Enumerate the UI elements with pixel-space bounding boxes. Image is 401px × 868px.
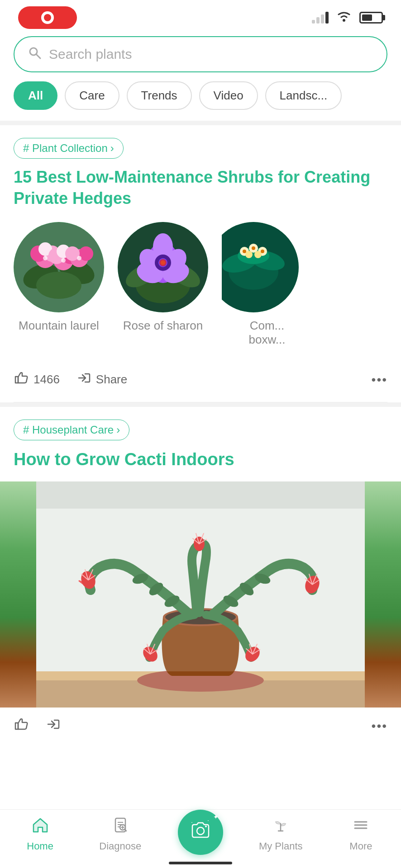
wifi-icon	[336, 10, 352, 26]
tab-care[interactable]: Care	[65, 81, 119, 110]
nav-more-label: More	[349, 840, 372, 852]
svg-line-72	[124, 829, 126, 831]
svg-point-34	[159, 259, 167, 266]
nav-home-label: Home	[27, 840, 53, 852]
tab-trends[interactable]: Trends	[127, 81, 192, 110]
post-card-2: # Houseplant Care › How to Grow Cacti In…	[0, 407, 401, 745]
svg-point-43	[245, 251, 253, 258]
share-button-2[interactable]	[45, 717, 61, 736]
plant-item-3[interactable]: Com...boxw...	[222, 222, 312, 347]
more-button-1[interactable]: •••	[372, 373, 387, 387]
bottom-nav: Home Diagnose	[0, 809, 401, 868]
svg-point-46	[252, 246, 255, 250]
like-count: 1466	[33, 373, 60, 387]
tag-hash-2: # Houseplant Care	[23, 424, 114, 436]
nav-my-plants-label: My Plants	[259, 840, 303, 852]
post-image	[0, 481, 401, 708]
svg-point-76	[205, 826, 207, 827]
post-actions-1: 1466 Share •••	[14, 359, 387, 402]
search-icon	[28, 46, 42, 63]
plant-name-1: Mountain laurel	[19, 319, 99, 333]
divider-1	[0, 121, 401, 125]
status-icons	[312, 10, 383, 26]
svg-line-2	[36, 54, 40, 58]
plant-name-3: Com...boxw...	[249, 319, 286, 347]
svg-point-47	[261, 250, 264, 253]
diagnose-icon	[112, 816, 129, 838]
plant-name-2: Rose of sharon	[123, 319, 203, 333]
tab-all[interactable]: All	[14, 81, 57, 110]
more-button-2[interactable]: •••	[372, 719, 387, 733]
nav-more[interactable]: More	[321, 812, 401, 857]
plant-circle-1	[14, 222, 104, 312]
search-bar[interactable]: Search plants	[14, 36, 387, 72]
camera-button[interactable]	[178, 810, 223, 855]
divider-2	[0, 402, 401, 407]
post-title-2[interactable]: How to Grow Cacti Indoors	[0, 448, 401, 471]
battery-icon	[359, 12, 383, 24]
svg-point-45	[243, 250, 246, 253]
svg-point-0	[343, 19, 345, 22]
nav-diagnose-label: Diagnose	[99, 840, 141, 852]
svg-point-6	[36, 272, 81, 299]
search-placeholder: Search plants	[49, 47, 373, 62]
nav-camera[interactable]	[160, 810, 240, 859]
share-button[interactable]: Share	[76, 370, 127, 389]
plant-circle-3	[222, 222, 299, 312]
svg-point-19	[61, 258, 66, 263]
plant-circle-2	[118, 222, 208, 312]
plant-item-2[interactable]: Rose of sharon	[118, 222, 208, 347]
svg-point-75	[197, 827, 204, 835]
post-actions-2: •••	[0, 708, 401, 745]
record-indicator	[18, 6, 77, 29]
svg-point-18	[43, 256, 48, 260]
record-dot-inner	[44, 14, 51, 21]
home-icon	[32, 816, 49, 838]
nav-diagnose[interactable]: Diagnose	[80, 812, 160, 857]
share-icon	[76, 370, 91, 389]
plant-item-1[interactable]: Mountain laurel	[14, 222, 104, 347]
record-dot	[41, 11, 54, 24]
like-button[interactable]: 1466	[14, 370, 60, 389]
post-tag-2[interactable]: # Houseplant Care ›	[14, 420, 129, 440]
svg-rect-66	[36, 481, 365, 671]
search-container: Search plants	[0, 32, 401, 81]
signal-icon	[312, 12, 329, 24]
like-button-2[interactable]	[14, 717, 29, 736]
like-icon-2	[14, 717, 29, 736]
more-icon	[352, 816, 369, 838]
nav-home[interactable]: Home	[0, 812, 80, 857]
share-label: Share	[96, 373, 127, 387]
status-bar	[0, 0, 401, 32]
plant-circles: Mountain laurel	[14, 222, 387, 347]
post-title-1[interactable]: 15 Best Low-Maintenance Shrubs for Creat…	[14, 167, 387, 209]
tag-chevron: ›	[110, 142, 114, 155]
like-icon	[14, 370, 29, 389]
filter-tabs: All Care Trends Video Landsc...	[0, 81, 401, 121]
home-indicator	[169, 862, 232, 864]
tab-landscape[interactable]: Landsc...	[265, 81, 342, 110]
svg-point-20	[77, 256, 81, 260]
svg-point-44	[254, 251, 262, 258]
share-icon-2	[45, 717, 61, 736]
post-tag-1[interactable]: # Plant Collection ›	[14, 138, 124, 159]
post-card-1: # Plant Collection › 15 Best Low-Mainten…	[0, 125, 401, 402]
tag-hash: # Plant Collection	[23, 142, 108, 155]
camera-icon	[191, 820, 210, 844]
tab-video[interactable]: Video	[199, 81, 258, 110]
tag-chevron-2: ›	[116, 424, 120, 436]
my-plants-icon	[272, 816, 289, 838]
nav-my-plants[interactable]: My Plants	[241, 812, 321, 857]
